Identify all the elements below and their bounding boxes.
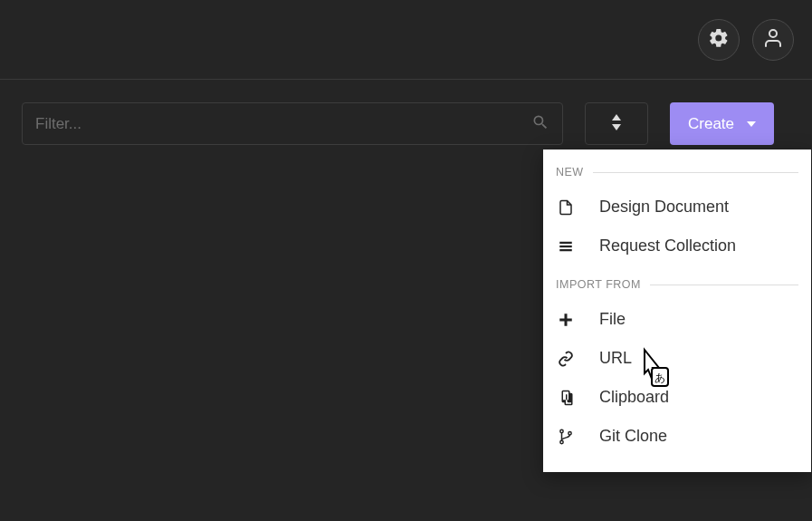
link-icon	[556, 351, 576, 367]
account-button[interactable]	[752, 19, 794, 61]
menu-item-label: URL	[599, 349, 632, 368]
menu-item-label: File	[599, 310, 626, 329]
menu-item-label: Design Document	[599, 198, 729, 217]
settings-button[interactable]	[698, 19, 740, 61]
app-header	[0, 0, 812, 80]
svg-rect-5	[559, 249, 572, 251]
sort-button[interactable]	[585, 102, 648, 145]
menu-item-label: Git Clone	[599, 427, 667, 446]
toolbar: Create	[0, 80, 812, 145]
menu-item-import-url[interactable]: URL	[543, 339, 811, 378]
svg-rect-4	[559, 245, 572, 246]
filter-field[interactable]	[22, 102, 563, 145]
divider	[650, 285, 798, 285]
sort-icon	[610, 114, 623, 133]
svg-rect-7	[559, 318, 572, 321]
dropdown-section-new: NEW	[543, 166, 811, 178]
svg-point-10	[568, 431, 571, 434]
svg-rect-3	[559, 241, 572, 243]
menu-item-import-clipboard[interactable]: Clipboard	[543, 378, 811, 417]
document-icon	[556, 199, 576, 216]
clipboard-icon	[556, 390, 576, 406]
svg-marker-2	[612, 124, 621, 130]
create-dropdown: NEW Design Document Request Collection I…	[543, 150, 811, 472]
svg-point-8	[560, 429, 563, 432]
user-icon	[762, 27, 784, 53]
divider	[593, 172, 798, 173]
menu-item-request-collection[interactable]: Request Collection	[543, 227, 811, 265]
create-button-label: Create	[688, 115, 734, 133]
svg-marker-1	[612, 114, 621, 121]
menu-item-import-file[interactable]: File	[543, 300, 811, 339]
search-icon	[531, 113, 549, 135]
menu-item-label: Request Collection	[599, 236, 736, 256]
create-button[interactable]: Create	[670, 102, 774, 145]
filter-input[interactable]	[35, 115, 531, 133]
section-label: IMPORT FROM	[556, 278, 641, 291]
dropdown-section-import: IMPORT FROM	[543, 278, 811, 291]
list-icon	[556, 238, 576, 255]
plus-icon	[556, 312, 576, 328]
svg-point-0	[769, 30, 777, 37]
git-branch-icon	[556, 429, 576, 445]
svg-point-9	[560, 440, 563, 443]
section-label: NEW	[556, 166, 584, 178]
menu-item-import-git-clone[interactable]: Git Clone	[543, 417, 811, 456]
menu-item-design-document[interactable]: Design Document	[543, 188, 811, 227]
gear-icon	[708, 27, 730, 53]
menu-item-label: Clipboard	[599, 388, 669, 407]
chevron-down-icon	[747, 121, 756, 127]
